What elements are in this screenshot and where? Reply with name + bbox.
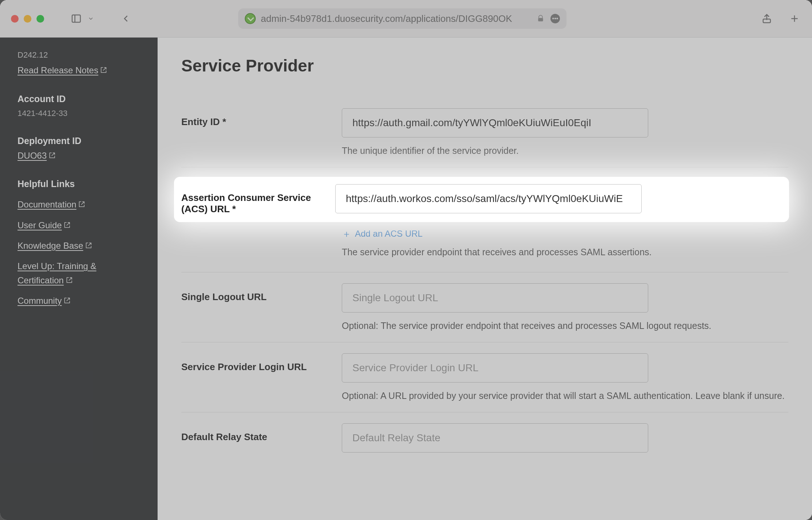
release-notes-link[interactable]: Read Release Notes [18,65,107,75]
main-panel: Service Provider Entity ID * The unique … [158,38,812,520]
entity-id-input[interactable] [342,108,648,137]
window-minimize-button[interactable] [24,15,31,23]
admin-sidebar: D242.12 Read Release Notes Account ID 14… [0,38,158,520]
account-id-label: Account ID [18,92,140,106]
acs-label: Assertion Consumer Service (ACS) URL * [175,184,324,215]
url-bar[interactable]: admin-54b978d1.duosecurity.com/applicati… [238,8,567,29]
slo-input[interactable] [342,283,648,313]
sidebar-item-label: Knowledge Base [18,241,83,251]
community-link[interactable]: Community [18,296,70,306]
acs-highlight: Assertion Consumer Service (ACS) URL * [175,178,788,221]
new-tab-icon[interactable] [788,12,801,25]
external-link-icon [66,273,73,287]
relay-input[interactable] [342,423,648,453]
window-controls [11,15,44,23]
relay-label: Default Relay State [181,423,331,443]
sidebar-item-label: Community [18,296,62,306]
acs-url-input[interactable] [335,184,642,213]
deployment-id-link[interactable]: DUO63 [18,151,55,160]
release-notes-label: Read Release Notes [18,65,98,75]
external-link-icon [64,218,70,232]
site-identity-icon [245,13,256,24]
training-link[interactable]: Level Up: Training & Certification [18,261,96,285]
svg-rect-2 [538,18,543,21]
sp-login-input[interactable] [342,353,648,383]
window-close-button[interactable] [11,15,19,23]
chevron-down-icon[interactable] [84,12,97,25]
content-area: D242.12 Read Release Notes Account ID 14… [0,38,812,520]
svg-rect-0 [72,15,81,22]
external-link-icon [78,198,85,212]
external-link-icon [100,63,107,77]
sidebar-item-label: Documentation [18,199,76,209]
acs-help: The service provider endpoint that recei… [342,247,788,257]
lock-icon [536,14,545,23]
external-link-icon [49,149,55,163]
slo-help: Optional: The service provider endpoint … [342,321,788,331]
page-title: Service Provider [181,56,788,75]
back-button[interactable] [119,12,132,25]
browser-window: admin-54b978d1.duosecurity.com/applicati… [0,0,812,520]
sp-login-row: Service Provider Login URL Optional: A U… [181,342,788,412]
knowledge-base-link[interactable]: Knowledge Base [18,241,92,251]
external-link-icon [85,239,92,253]
relay-row: Default Relay State [181,412,788,456]
url-text: admin-54b978d1.duosecurity.com/applicati… [261,13,531,24]
add-acs-url-link[interactable]: ＋Add an ACS URL [342,229,788,239]
account-id-value: 1421-4412-33 [18,107,140,120]
version-text: D242.12 [18,48,140,61]
add-acs-url-label: Add an ACS URL [355,229,422,239]
entity-id-label: Entity ID * [181,108,331,128]
entity-id-help: The unique identifier of the service pro… [342,145,788,156]
window-maximize-button[interactable] [36,15,44,23]
sp-login-label: Service Provider Login URL [181,353,331,373]
sidebar-toggle-icon[interactable] [70,12,83,25]
slo-row: Single Logout URL Optional: The service … [181,272,788,342]
browser-toolbar: admin-54b978d1.duosecurity.com/applicati… [0,0,812,38]
slo-label: Single Logout URL [181,283,331,303]
plus-icon: ＋ [342,229,351,238]
user-guide-link[interactable]: User Guide [18,220,70,230]
sp-login-help: Optional: A URL provided by your service… [342,391,788,401]
sidebar-item-label: Level Up: Training & Certification [18,261,96,285]
external-link-icon [64,294,70,308]
sidebar-item-label: User Guide [18,220,62,230]
helpful-links-label: Helpful Links [18,176,140,191]
deployment-id-value: DUO63 [18,151,47,160]
entity-id-row: Entity ID * The unique identifier of the… [181,97,788,167]
share-icon[interactable] [760,12,773,25]
deployment-id-label: Deployment ID [18,133,140,148]
more-icon[interactable]: ••• [550,14,560,23]
documentation-link[interactable]: Documentation [18,199,85,209]
